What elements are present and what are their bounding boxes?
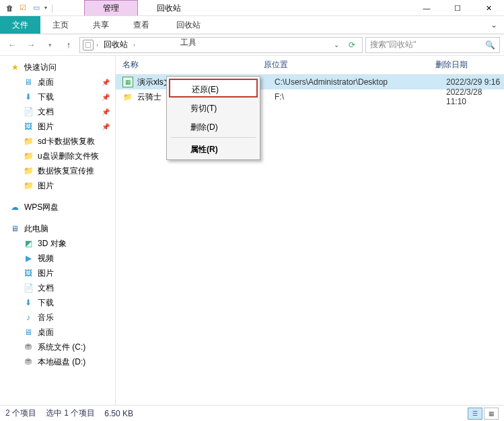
window-close-button[interactable]: ✕	[473, 0, 504, 16]
pin-icon: 📌	[102, 93, 110, 101]
tree-item-label: 音乐	[38, 312, 54, 323]
quick-access-toolbar: 🗑 ☑ ▭ ▾ |	[0, 3, 57, 13]
recycle-bin-icon: 🗑	[4, 3, 15, 13]
video-icon: ▶	[23, 253, 34, 264]
tree-pc-item-5[interactable]: ♪音乐	[0, 310, 115, 325]
ribbon-tab-home[interactable]: 主页	[40, 16, 81, 34]
file-list-pane: 名称 原位置 删除日期 ▦演示xls文件C:\Users\Administrat…	[116, 56, 504, 405]
chevron-right-icon[interactable]: ›	[133, 42, 135, 48]
star-icon: ★	[9, 62, 20, 73]
column-header-original-location[interactable]: 原位置	[264, 59, 435, 71]
view-thumbnails-button[interactable]: ▦	[484, 408, 499, 420]
address-bar[interactable]: › 回收站 › ⌄ ⟳	[79, 37, 363, 53]
down-icon: ⬇	[23, 91, 34, 102]
nav-up-button[interactable]: ↑	[61, 37, 77, 53]
tree-pc-item-0[interactable]: ◩3D 对象	[0, 236, 115, 251]
context-menu-item[interactable]: 属性(R)	[168, 139, 258, 158]
obj3d-icon: ◩	[23, 238, 34, 249]
file-original-location: F:\	[275, 92, 446, 102]
tree-quick-item-7[interactable]: 📁图片	[0, 178, 115, 193]
tree-pc-item-7[interactable]: ⛃系统文件 (C:)	[0, 340, 115, 354]
tree-item-label: 图片	[38, 121, 54, 132]
tree-quick-item-6[interactable]: 📁数据恢复宣传推	[0, 163, 115, 178]
search-icon[interactable]: 🔍	[485, 40, 495, 50]
context-menu-item[interactable]: 还原(E)	[169, 79, 258, 98]
nav-back-button[interactable]: ←	[4, 37, 20, 53]
window-title: 回收站	[138, 0, 200, 16]
tree-pc-item-4[interactable]: ⬇下载	[0, 295, 115, 310]
context-menu-item[interactable]: 剪切(T)	[168, 98, 258, 117]
ribbon-tab-share[interactable]: 共享	[81, 16, 121, 34]
desktop-icon: 🖥	[23, 327, 34, 338]
column-header-delete-date[interactable]: 删除日期	[435, 59, 504, 71]
nav-history-dropdown[interactable]: ▾	[42, 37, 58, 53]
tree-item-label: 图片	[38, 180, 54, 192]
tree-quick-item-4[interactable]: 📁sd卡数据恢复教	[0, 134, 115, 149]
tree-item-label: 快速访问	[24, 62, 57, 73]
ribbon-tabs: 文件 主页 共享 查看 回收站工具 ⌄	[0, 16, 504, 34]
tree-quick-item-5[interactable]: 📁u盘误删除文件恢	[0, 149, 115, 163]
file-delete-date: 2022/3/29 9:16	[446, 77, 504, 87]
recycle-bin-path-icon	[83, 40, 94, 50]
tree-item-label: 桌面	[38, 77, 54, 88]
tree-item-label: 系统文件 (C:)	[38, 342, 85, 353]
tree-quick-access[interactable]: ★快速访问	[0, 60, 115, 75]
window-maximize-button[interactable]: ☐	[442, 0, 473, 16]
tree-quick-item-1[interactable]: ⬇下载📌	[0, 89, 115, 104]
folder-icon: 📁	[122, 91, 133, 102]
ribbon-tab-recycle-tools[interactable]: 回收站工具	[161, 16, 215, 34]
tree-item-label: 下载	[38, 297, 54, 309]
doc-icon: 📄	[23, 106, 34, 117]
pc-icon: 🖥	[9, 223, 20, 234]
folder-icon: 📁	[23, 165, 34, 176]
status-selected-count: 选中 1 个项目	[46, 408, 95, 419]
tree-item-label: sd卡数据恢复教	[38, 136, 95, 147]
nav-forward-button: →	[23, 37, 39, 53]
tree-quick-item-2[interactable]: 📄文档📌	[0, 104, 115, 119]
qat-checkbox-icon[interactable]: ☑	[17, 3, 28, 13]
search-input[interactable]: 搜索"回收站" 🔍	[365, 37, 500, 53]
ribbon-tab-view[interactable]: 查看	[121, 16, 161, 34]
drive-icon: ⛃	[23, 356, 34, 367]
pin-icon: 📌	[102, 108, 110, 116]
pin-icon: 📌	[102, 79, 110, 86]
tree-quick-item-0[interactable]: 🖥桌面📌	[0, 75, 115, 89]
desktop-icon: 🖥	[23, 77, 34, 87]
drive-icon: ⛃	[23, 342, 34, 352]
tree-wps[interactable]: ☁WPS网盘	[0, 200, 115, 215]
tree-pc-item-3[interactable]: 📄文档	[0, 280, 115, 295]
column-headers: 名称 原位置 删除日期	[116, 56, 504, 75]
tree-pc-item-8[interactable]: ⛃本地磁盘 (D:)	[0, 354, 115, 369]
tree-quick-item-3[interactable]: 🖼图片📌	[0, 119, 115, 134]
breadcrumb-root[interactable]: 回收站	[101, 39, 131, 50]
pic-icon: 🖼	[23, 121, 34, 132]
status-bar: 2 个项目 选中 1 个项目 6.50 KB ☰ ▦	[0, 405, 504, 421]
tree-item-label: 文档	[38, 282, 54, 294]
ribbon-collapse-button[interactable]: ⌄	[484, 16, 504, 34]
view-details-button[interactable]: ☰	[468, 408, 482, 420]
doc-icon: 📄	[23, 282, 34, 293]
column-header-name[interactable]: 名称	[122, 59, 264, 71]
music-icon: ♪	[23, 312, 34, 323]
tree-item-label: 下载	[38, 91, 54, 103]
context-menu: 还原(E)剪切(T)删除(D)属性(R)	[166, 76, 260, 160]
chevron-right-icon[interactable]: ›	[96, 42, 98, 48]
address-dropdown-icon[interactable]: ⌄	[331, 41, 342, 48]
tree-this-pc[interactable]: 🖥此电脑	[0, 221, 115, 236]
status-item-count: 2 个项目	[5, 408, 36, 419]
tree-pc-item-1[interactable]: ▶视频	[0, 251, 115, 266]
ribbon-tab-file[interactable]: 文件	[0, 16, 40, 34]
tree-pc-item-2[interactable]: 🖼图片	[0, 266, 115, 280]
qat-dropdown-icon[interactable]: ▾	[44, 5, 47, 11]
tree-item-label: 图片	[38, 268, 54, 279]
folder-icon: 📁	[23, 180, 34, 191]
xls-file-icon: ▦	[122, 77, 133, 87]
tree-pc-item-6[interactable]: 🖥桌面	[0, 325, 115, 340]
window-minimize-button[interactable]: —	[411, 0, 442, 16]
refresh-button[interactable]: ⟳	[345, 40, 359, 50]
status-size: 6.50 KB	[104, 409, 133, 418]
qat-properties-icon[interactable]: ▭	[31, 3, 42, 13]
context-menu-item[interactable]: 删除(D)	[168, 117, 258, 136]
folder-icon: 📁	[23, 136, 34, 147]
tree-item-label: 文档	[38, 106, 54, 118]
